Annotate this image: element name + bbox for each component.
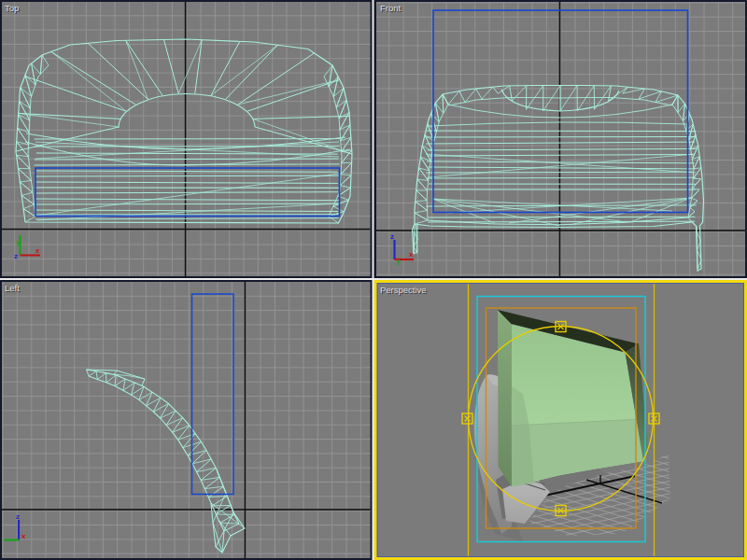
svg-text:x: x xyxy=(21,532,26,540)
svg-text:y: y xyxy=(397,258,401,265)
svg-text:Top: Top xyxy=(5,3,19,13)
svg-text:z: z xyxy=(16,512,20,521)
svg-text:z: z xyxy=(14,252,18,260)
svg-text:Front: Front xyxy=(380,3,402,13)
svg-text:x: x xyxy=(35,246,40,255)
svg-text:x: x xyxy=(409,250,414,259)
svg-text:Left: Left xyxy=(5,283,20,293)
svg-text:y: y xyxy=(16,238,21,246)
svg-text:z: z xyxy=(390,232,394,241)
svg-text:Perspective: Perspective xyxy=(380,285,427,295)
